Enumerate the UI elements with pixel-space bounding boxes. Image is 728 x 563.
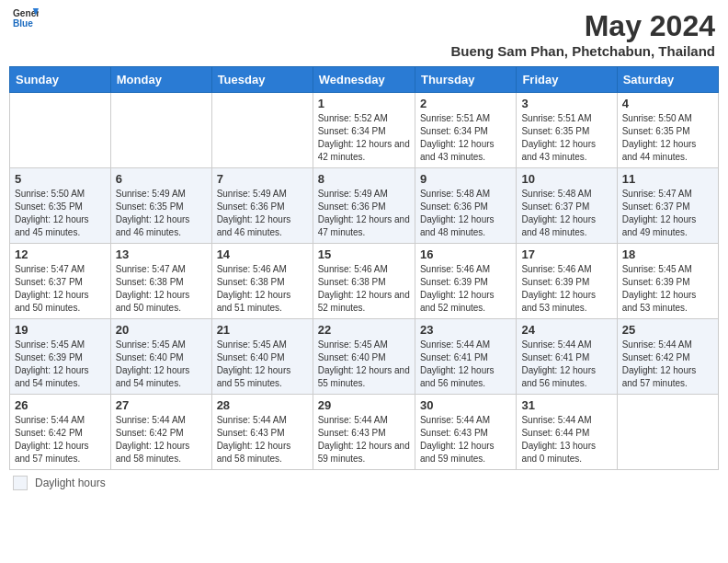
day-number: 23 bbox=[420, 323, 511, 337]
day-number: 22 bbox=[318, 323, 410, 337]
day-number: 31 bbox=[521, 398, 611, 412]
day-number: 10 bbox=[521, 172, 611, 186]
day-info: Sunrise: 5:45 AM Sunset: 6:40 PM Dayligh… bbox=[116, 339, 207, 390]
calendar-cell: 6Sunrise: 5:49 AM Sunset: 6:35 PM Daylig… bbox=[110, 168, 211, 244]
calendar-cell: 5Sunrise: 5:50 AM Sunset: 6:35 PM Daylig… bbox=[10, 168, 111, 244]
day-number: 8 bbox=[318, 172, 410, 186]
col-header-sunday: Sunday bbox=[10, 67, 111, 93]
day-info: Sunrise: 5:49 AM Sunset: 6:36 PM Dayligh… bbox=[217, 188, 308, 239]
day-info: Sunrise: 5:44 AM Sunset: 6:41 PM Dayligh… bbox=[420, 339, 511, 390]
col-header-thursday: Thursday bbox=[415, 67, 516, 93]
calendar-header-row: SundayMondayTuesdayWednesdayThursdayFrid… bbox=[10, 67, 719, 93]
day-number: 16 bbox=[420, 247, 511, 261]
calendar-cell: 19Sunrise: 5:45 AM Sunset: 6:39 PM Dayli… bbox=[10, 319, 111, 395]
calendar-cell: 29Sunrise: 5:44 AM Sunset: 6:43 PM Dayli… bbox=[313, 395, 415, 470]
col-header-friday: Friday bbox=[517, 67, 617, 93]
day-info: Sunrise: 5:44 AM Sunset: 6:44 PM Dayligh… bbox=[521, 414, 611, 465]
day-info: Sunrise: 5:44 AM Sunset: 6:42 PM Dayligh… bbox=[15, 414, 106, 465]
day-number: 21 bbox=[217, 323, 308, 337]
calendar-cell: 25Sunrise: 5:44 AM Sunset: 6:42 PM Dayli… bbox=[617, 319, 718, 395]
calendar-week-3: 12Sunrise: 5:47 AM Sunset: 6:37 PM Dayli… bbox=[10, 244, 719, 319]
col-header-saturday: Saturday bbox=[617, 67, 718, 93]
calendar-cell: 21Sunrise: 5:45 AM Sunset: 6:40 PM Dayli… bbox=[211, 319, 313, 395]
calendar-cell: 8Sunrise: 5:49 AM Sunset: 6:36 PM Daylig… bbox=[313, 168, 415, 244]
calendar-cell: 1Sunrise: 5:52 AM Sunset: 6:34 PM Daylig… bbox=[313, 93, 415, 168]
day-number: 29 bbox=[318, 398, 410, 412]
day-info: Sunrise: 5:47 AM Sunset: 6:38 PM Dayligh… bbox=[116, 263, 207, 315]
calendar-cell: 18Sunrise: 5:45 AM Sunset: 6:39 PM Dayli… bbox=[617, 244, 718, 319]
day-number: 2 bbox=[420, 97, 511, 110]
calendar-cell: 23Sunrise: 5:44 AM Sunset: 6:41 PM Dayli… bbox=[415, 319, 516, 395]
calendar-week-1: 1Sunrise: 5:52 AM Sunset: 6:34 PM Daylig… bbox=[10, 93, 719, 168]
day-info: Sunrise: 5:45 AM Sunset: 6:39 PM Dayligh… bbox=[622, 263, 713, 315]
day-number: 4 bbox=[622, 97, 713, 110]
calendar-cell: 28Sunrise: 5:44 AM Sunset: 6:43 PM Dayli… bbox=[211, 395, 313, 470]
col-header-tuesday: Tuesday bbox=[211, 67, 313, 93]
calendar-cell: 26Sunrise: 5:44 AM Sunset: 6:42 PM Dayli… bbox=[10, 395, 111, 470]
daylight-label: Daylight hours bbox=[35, 477, 106, 489]
day-number: 18 bbox=[622, 247, 713, 261]
calendar-cell: 27Sunrise: 5:44 AM Sunset: 6:42 PM Dayli… bbox=[110, 395, 211, 470]
day-number: 12 bbox=[15, 247, 106, 261]
day-number: 17 bbox=[521, 247, 611, 261]
calendar-week-2: 5Sunrise: 5:50 AM Sunset: 6:35 PM Daylig… bbox=[10, 168, 719, 244]
day-info: Sunrise: 5:44 AM Sunset: 6:43 PM Dayligh… bbox=[420, 414, 511, 465]
title-block: May 2024 Bueng Sam Phan, Phetchabun, Tha… bbox=[450, 9, 715, 59]
day-info: Sunrise: 5:49 AM Sunset: 6:35 PM Dayligh… bbox=[116, 188, 207, 239]
calendar-cell: 11Sunrise: 5:47 AM Sunset: 6:37 PM Dayli… bbox=[617, 168, 718, 244]
day-info: Sunrise: 5:44 AM Sunset: 6:42 PM Dayligh… bbox=[622, 339, 713, 390]
col-header-monday: Monday bbox=[110, 67, 211, 93]
day-info: Sunrise: 5:50 AM Sunset: 6:35 PM Dayligh… bbox=[15, 188, 106, 239]
day-info: Sunrise: 5:48 AM Sunset: 6:37 PM Dayligh… bbox=[521, 188, 611, 239]
day-number: 19 bbox=[15, 323, 106, 337]
day-info: Sunrise: 5:46 AM Sunset: 6:38 PM Dayligh… bbox=[217, 263, 308, 315]
day-number: 20 bbox=[116, 323, 207, 337]
calendar-cell: 17Sunrise: 5:46 AM Sunset: 6:39 PM Dayli… bbox=[517, 244, 617, 319]
daylight-color-swatch bbox=[13, 476, 28, 490]
calendar-footer: Daylight hours bbox=[9, 476, 719, 490]
day-number: 9 bbox=[420, 172, 511, 186]
day-info: Sunrise: 5:44 AM Sunset: 6:43 PM Dayligh… bbox=[318, 414, 410, 465]
day-info: Sunrise: 5:45 AM Sunset: 6:40 PM Dayligh… bbox=[217, 339, 308, 390]
calendar-cell: 7Sunrise: 5:49 AM Sunset: 6:36 PM Daylig… bbox=[211, 168, 313, 244]
calendar-week-4: 19Sunrise: 5:45 AM Sunset: 6:39 PM Dayli… bbox=[10, 319, 719, 395]
day-info: Sunrise: 5:44 AM Sunset: 6:41 PM Dayligh… bbox=[521, 339, 611, 390]
day-number: 1 bbox=[318, 97, 410, 110]
page-header: General Blue May 2024 Bueng Sam Phan, Ph… bbox=[9, 9, 719, 59]
calendar-cell: 3Sunrise: 5:51 AM Sunset: 6:35 PM Daylig… bbox=[517, 93, 617, 168]
day-info: Sunrise: 5:46 AM Sunset: 6:38 PM Dayligh… bbox=[318, 263, 410, 315]
calendar-cell: 15Sunrise: 5:46 AM Sunset: 6:38 PM Dayli… bbox=[313, 244, 415, 319]
calendar-cell: 2Sunrise: 5:51 AM Sunset: 6:34 PM Daylig… bbox=[415, 93, 516, 168]
day-number: 7 bbox=[217, 172, 308, 186]
location-subtitle: Bueng Sam Phan, Phetchabun, Thailand bbox=[450, 43, 715, 59]
calendar-cell bbox=[211, 93, 313, 168]
calendar-week-5: 26Sunrise: 5:44 AM Sunset: 6:42 PM Dayli… bbox=[10, 395, 719, 470]
calendar-cell: 4Sunrise: 5:50 AM Sunset: 6:35 PM Daylig… bbox=[617, 93, 718, 168]
day-info: Sunrise: 5:44 AM Sunset: 6:42 PM Dayligh… bbox=[116, 414, 207, 465]
day-info: Sunrise: 5:48 AM Sunset: 6:36 PM Dayligh… bbox=[420, 188, 511, 239]
calendar-cell: 16Sunrise: 5:46 AM Sunset: 6:39 PM Dayli… bbox=[415, 244, 516, 319]
calendar-cell bbox=[617, 395, 718, 470]
day-info: Sunrise: 5:46 AM Sunset: 6:39 PM Dayligh… bbox=[420, 263, 511, 315]
calendar-cell: 12Sunrise: 5:47 AM Sunset: 6:37 PM Dayli… bbox=[10, 244, 111, 319]
calendar-cell: 9Sunrise: 5:48 AM Sunset: 6:36 PM Daylig… bbox=[415, 168, 516, 244]
day-info: Sunrise: 5:51 AM Sunset: 6:35 PM Dayligh… bbox=[521, 112, 611, 164]
day-info: Sunrise: 5:52 AM Sunset: 6:34 PM Dayligh… bbox=[318, 112, 410, 164]
calendar-cell: 14Sunrise: 5:46 AM Sunset: 6:38 PM Dayli… bbox=[211, 244, 313, 319]
svg-text:Blue: Blue bbox=[13, 18, 33, 29]
calendar-cell: 30Sunrise: 5:44 AM Sunset: 6:43 PM Dayli… bbox=[415, 395, 516, 470]
month-year-title: May 2024 bbox=[450, 9, 715, 43]
day-number: 5 bbox=[15, 172, 106, 186]
day-number: 25 bbox=[622, 323, 713, 337]
day-number: 11 bbox=[622, 172, 713, 186]
day-info: Sunrise: 5:44 AM Sunset: 6:43 PM Dayligh… bbox=[217, 414, 308, 465]
calendar-cell: 13Sunrise: 5:47 AM Sunset: 6:38 PM Dayli… bbox=[110, 244, 211, 319]
day-number: 28 bbox=[217, 398, 308, 412]
logo-icon: General Blue bbox=[13, 6, 39, 31]
day-info: Sunrise: 5:46 AM Sunset: 6:39 PM Dayligh… bbox=[521, 263, 611, 315]
calendar-cell bbox=[10, 93, 111, 168]
logo: General Blue bbox=[13, 9, 39, 31]
day-info: Sunrise: 5:49 AM Sunset: 6:36 PM Dayligh… bbox=[318, 188, 410, 239]
day-number: 14 bbox=[217, 247, 308, 261]
day-info: Sunrise: 5:51 AM Sunset: 6:34 PM Dayligh… bbox=[420, 112, 511, 164]
